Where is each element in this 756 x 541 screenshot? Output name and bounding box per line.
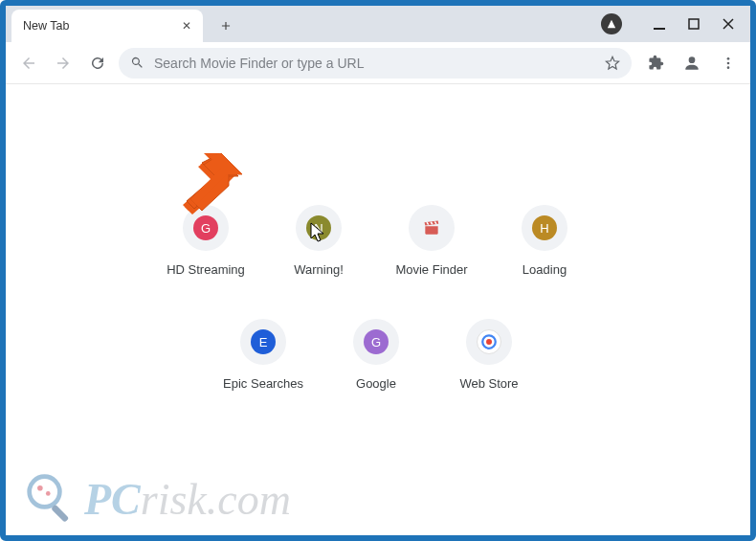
shortcut-google[interactable]: G Google [328,319,424,391]
extensions-button[interactable] [643,51,668,76]
plus-icon [219,19,233,33]
svg-point-5 [727,66,730,69]
shortcut-tile: G [353,319,399,365]
title-bar: New Tab ✕ [6,6,750,42]
close-tab-icon[interactable]: ✕ [182,19,191,33]
shortcut-hd-streaming[interactable]: G HD Streaming [158,205,254,277]
toolbar-right [643,51,741,76]
arrow-right-icon [55,55,72,72]
shortcut-warning[interactable]: N Warning! [271,205,367,277]
shortcut-favicon: E [251,329,276,354]
shortcut-tile [466,319,512,365]
shortcut-letter: E [259,335,268,349]
menu-button[interactable] [716,51,741,76]
shortcuts-grid: G HD Streaming N Warning! [158,205,598,391]
shortcut-label: Google [356,376,396,391]
shortcut-label: HD Streaming [167,262,245,277]
shortcut-label: Web Store [459,376,518,391]
shortcut-label: Loading [523,262,567,277]
shortcut-web-store[interactable]: Web Store [441,319,537,391]
shortcut-tile: G [183,205,229,251]
profile-button[interactable] [679,51,704,76]
close-window-button[interactable] [722,17,735,31]
reload-icon [89,55,106,72]
svg-point-13 [46,491,51,496]
shortcut-tile: N [296,205,342,251]
address-input[interactable] [154,56,595,71]
shortcut-favicon: G [364,329,389,354]
svg-marker-8 [204,153,240,174]
web-store-icon [477,329,501,354]
svg-rect-14 [51,505,69,523]
svg-point-7 [486,339,492,345]
svg-point-2 [689,56,696,63]
magnifier-icon [25,472,78,526]
reload-button[interactable] [84,50,111,77]
svg-rect-0 [654,28,665,30]
incognito-badge-icon [601,13,622,34]
svg-marker-10 [185,155,236,211]
shortcut-letter: N [314,221,322,236]
puzzle-icon [648,55,664,71]
kebab-menu-icon [721,56,736,71]
shortcut-tile: E [240,319,286,365]
shortcut-tile [409,205,455,251]
window-controls [601,6,746,42]
svg-rect-1 [689,19,699,29]
shortcut-label: Warning! [294,262,344,277]
watermark: PCrisk.com [25,472,291,526]
shortcut-movie-finder[interactable]: Movie Finder [384,205,479,277]
shortcut-favicon: N [306,215,331,240]
minimize-button[interactable] [653,17,666,31]
shortcut-letter: H [540,221,548,236]
toolbar [6,42,750,84]
svg-point-4 [727,61,730,64]
shortcut-letter: G [201,221,211,236]
shortcut-favicon: H [532,215,557,240]
watermark-brand-rest: risk.com [141,474,291,525]
shortcut-epic-searches[interactable]: E Epic Searches [215,319,311,391]
maximize-button[interactable] [687,17,700,31]
arrow-left-icon [20,55,37,72]
tab-title: New Tab [23,19,69,33]
svg-point-11 [30,477,60,507]
new-tab-button[interactable] [212,12,239,39]
watermark-brand-first: PC [84,474,141,525]
browser-window: New Tab ✕ [6,6,750,535]
address-bar[interactable] [119,48,632,79]
shortcut-favicon: G [193,215,218,240]
shortcut-loading[interactable]: H Loading [497,205,592,277]
bookmark-star-icon[interactable] [605,56,620,71]
svg-point-3 [727,57,730,60]
svg-point-12 [37,485,43,491]
avatar-icon [682,54,701,73]
clapperboard-icon [419,215,444,240]
new-tab-content: G HD Streaming N Warning! [6,84,750,535]
forward-button[interactable] [50,50,77,77]
browser-tab[interactable]: New Tab ✕ [11,10,203,42]
shortcut-label: Epic Searches [223,376,303,391]
shortcut-label: Movie Finder [395,262,467,277]
shortcut-letter: G [371,335,381,349]
search-icon [130,56,145,70]
back-button[interactable] [15,50,42,77]
shortcut-tile: H [522,205,567,251]
watermark-text: PCrisk.com [84,474,291,525]
